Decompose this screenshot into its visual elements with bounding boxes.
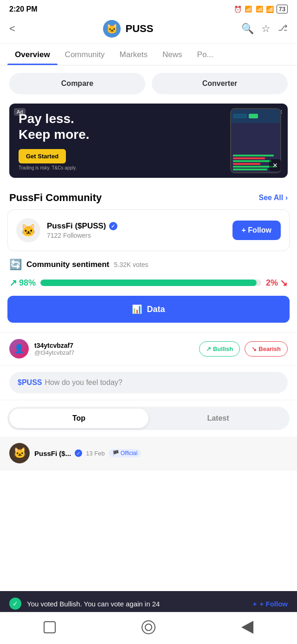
post-verified-badge: ✓ <box>75 449 82 457</box>
action-buttons: Compare Converter <box>0 65 297 102</box>
sentiment-header: 🔄 Community sentiment 5.32K votes <box>9 259 288 271</box>
community-user: 🐱 PussFi ($PUSS) ✓ 7122 Followers + Foll… <box>16 218 281 242</box>
nav-square-button[interactable] <box>40 618 59 637</box>
post-placeholder: How do you feel today? <box>45 378 122 387</box>
community-section-title: PussFi Community <box>9 192 102 204</box>
back-button[interactable]: < <box>9 23 15 35</box>
sim2-icon: 📶 <box>256 6 263 13</box>
toast-follow-button[interactable]: + + Follow <box>253 600 288 608</box>
tab-portfolio[interactable]: Po... <box>190 44 221 65</box>
ad-headline: Pay less. Keep more. <box>19 111 90 142</box>
sentiment-votes: 5.32K votes <box>114 261 148 268</box>
ad-label: Ad <box>14 108 26 116</box>
sim1-icon: 📶 <box>245 6 252 13</box>
circle-icon <box>142 620 155 634</box>
toast-check-icon: ✓ <box>9 598 21 610</box>
bottom-nav <box>0 612 297 644</box>
data-button[interactable]: 📊 Data <box>7 296 290 323</box>
user-info: 🐱 PussFi ($PUSS) ✓ 7122 Followers <box>16 218 117 242</box>
phone-screen-top <box>231 109 280 123</box>
sentiment-fill <box>40 280 257 286</box>
nav-title: 🐱 PUSS <box>103 20 153 38</box>
status-icons: ⏰ 📶 📶 📶 73 <box>234 5 288 13</box>
star-icon[interactable]: ☆ <box>261 23 271 35</box>
battery-icon: 73 <box>277 5 288 13</box>
sentiment-bar <box>40 280 261 286</box>
tab-bar: Overview Community Markets News Po... <box>0 44 297 65</box>
top-toggle-button[interactable]: Top <box>9 409 148 428</box>
post-official-badge: 🏴 Official <box>109 449 141 457</box>
nav-home-button[interactable] <box>139 618 158 637</box>
avatar: 🐱 <box>16 218 40 242</box>
data-chart-icon: 📊 <box>132 304 142 314</box>
tab-overview[interactable]: Overview <box>7 44 58 65</box>
post-preview: 🐱 PussFi ($... ✓ 13 Feb 🏴 Official <box>0 436 297 470</box>
bullish-arrow-icon: ↗ <box>9 277 17 288</box>
post-author: PussFi ($... <box>34 449 71 457</box>
bearish-arrow-icon: ↘ <box>280 277 288 288</box>
follow-button[interactable]: + Follow <box>232 221 281 240</box>
compare-button[interactable]: Compare <box>9 73 145 94</box>
post-username: t34ytcvbzaf7 <box>34 342 74 349</box>
nav-back-button[interactable] <box>238 618 257 637</box>
bullish-icon: ↗ <box>206 345 211 352</box>
post-sentiment-actions: ↗ Bullish ↘ Bearish <box>199 341 288 357</box>
status-time: 2:20 PM <box>9 5 37 13</box>
follower-count: 7122 Followers <box>47 232 117 239</box>
see-all-button[interactable]: See All › <box>258 194 288 202</box>
wifi-icon: 📶 <box>266 6 274 13</box>
official-icon: 🏴 <box>112 450 119 456</box>
tab-community[interactable]: Community <box>58 44 112 65</box>
top-nav: < 🐱 PUSS 🔍 ☆ ⎇ <box>0 16 297 44</box>
user-name: PussFi ($PUSS) ✓ <box>47 221 117 231</box>
ad-phone-visual <box>188 104 281 178</box>
community-section-header: PussFi Community See All › <box>0 185 297 209</box>
latest-toggle-button[interactable]: Latest <box>148 409 288 428</box>
square-icon <box>44 621 56 633</box>
sentiment-bar-row: ↗ 98% 2% ↘ <box>9 277 288 288</box>
converter-button[interactable]: Converter <box>152 73 288 94</box>
post-user-avatar: 👤 <box>9 339 29 358</box>
user-details: PussFi ($PUSS) ✓ 7122 Followers <box>47 221 117 239</box>
post-preview-meta: PussFi ($... ✓ 13 Feb 🏴 Official <box>34 449 141 457</box>
search-icon[interactable]: 🔍 <box>241 23 254 35</box>
triangle-icon <box>241 621 253 634</box>
alarm-icon: ⏰ <box>234 6 242 13</box>
bullish-percentage: ↗ 98% <box>9 277 36 288</box>
post-area: 👤 t34ytcvbzaf7 @t34ytcvbzaf7 ↗ Bullish ↘… <box>0 332 297 365</box>
share-icon[interactable]: ⎇ <box>278 23 288 35</box>
sentiment-title: Community sentiment <box>26 260 110 269</box>
ad-disclaimer: Trading is risky. T&Cs apply. <box>19 165 90 170</box>
verified-badge: ✓ <box>109 222 117 230</box>
token-name: PUSS <box>125 23 153 35</box>
post-date: 13 Feb <box>86 450 104 457</box>
bullish-button[interactable]: ↗ Bullish <box>199 341 240 357</box>
ad-text: Pay less. Keep more. Get Started Trading… <box>19 111 90 170</box>
bearish-percentage: 2% ↘ <box>266 277 288 288</box>
post-user-info: t34ytcvbzaf7 @t34ytcvbzaf7 <box>34 342 74 356</box>
sentiment-section: 🔄 Community sentiment 5.32K votes ↗ 98% … <box>7 259 290 288</box>
bearish-icon: ↘ <box>252 345 257 352</box>
toast-message: You voted Bullish. You can vote again in… <box>27 600 160 608</box>
community-card: 🐱 PussFi ($PUSS) ✓ 7122 Followers + Foll… <box>7 209 290 251</box>
status-bar: 2:20 PM ⏰ 📶 📶 📶 73 <box>0 0 297 16</box>
post-handle: @t34ytcvbzaf7 <box>34 349 74 356</box>
sentiment-icon: 🔄 <box>9 259 22 271</box>
nav-actions: 🔍 ☆ ⎇ <box>241 23 288 35</box>
post-preview-avatar: 🐱 <box>9 443 30 463</box>
token-logo: 🐱 <box>103 20 121 38</box>
ad-cta-button[interactable]: Get Started <box>19 149 66 163</box>
tab-news[interactable]: News <box>155 44 190 65</box>
ad-overlay-close[interactable]: ✕ <box>269 159 281 171</box>
ad-banner: Ad ℹ ✕ Pay less. Keep more. Get Started … <box>9 104 288 178</box>
post-input-row: $PUSS How do you feel today? <box>0 365 297 400</box>
post-meta: PussFi ($... ✓ 13 Feb 🏴 Official <box>34 449 141 457</box>
toggle-row: Top Latest <box>7 407 290 430</box>
tab-markets[interactable]: Markets <box>112 44 155 65</box>
puss-tag: $PUSS <box>18 378 42 387</box>
bearish-button[interactable]: ↘ Bearish <box>245 341 288 357</box>
